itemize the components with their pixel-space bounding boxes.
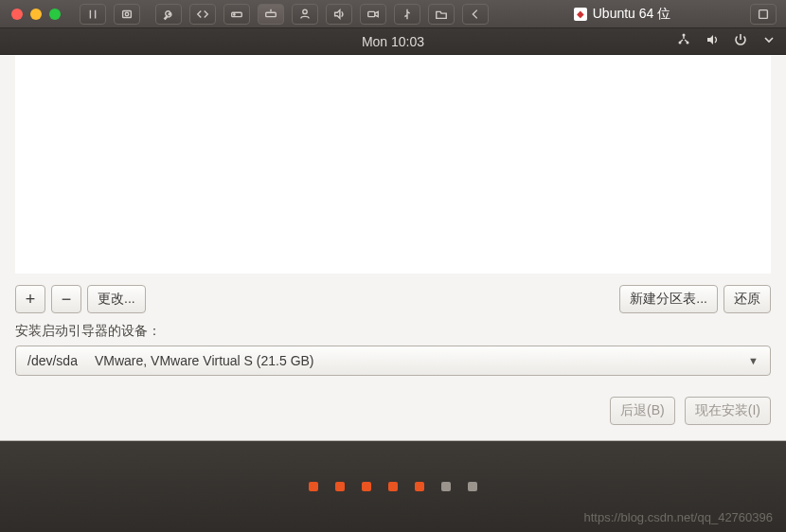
remove-partition-button[interactable]: − — [51, 285, 81, 313]
sound-icon[interactable] — [326, 4, 352, 25]
wrench-icon[interactable] — [155, 4, 182, 25]
progress-dot-5 — [415, 482, 424, 491]
snapshot-icon[interactable] — [114, 4, 140, 25]
svg-point-5 — [303, 9, 307, 13]
progress-dot-4 — [388, 482, 398, 491]
new-partition-table-button[interactable]: 新建分区表... — [619, 285, 718, 313]
change-partition-button[interactable]: 更改... — [87, 285, 146, 313]
bootloader-device-select[interactable]: /dev/sda VMware, VMware Virtual S (21.5 … — [15, 346, 771, 376]
chevron-down-icon: ▼ — [748, 355, 759, 366]
add-partition-button[interactable]: + — [15, 285, 45, 313]
usb-icon[interactable] — [394, 4, 420, 25]
code-icon[interactable] — [189, 4, 216, 25]
chevron-left-icon[interactable] — [462, 4, 489, 25]
window-title-text: Ubuntu 64 位 — [593, 6, 671, 23]
clock-label[interactable]: Mon 10:03 — [362, 34, 424, 49]
power-icon[interactable] — [733, 32, 748, 50]
camera-icon[interactable] — [360, 4, 386, 25]
zoom-window-button[interactable] — [49, 9, 61, 20]
folder-share-icon[interactable] — [428, 4, 455, 25]
ubuntu-menubar: Mon 10:03 — [0, 28, 786, 55]
progress-dot-6 — [441, 482, 451, 491]
vm-badge-icon: ◆ — [574, 8, 587, 21]
window-title: ◆ Ubuntu 64 位 — [496, 6, 748, 23]
mac-titlebar: ◆ Ubuntu 64 位 — [0, 0, 786, 28]
progress-dot-7 — [468, 482, 477, 491]
volume-icon[interactable] — [705, 32, 720, 50]
svg-point-3 — [234, 13, 235, 14]
install-now-button[interactable]: 现在安装(I) — [685, 397, 771, 425]
footer-buttons: 后退(B) 现在安装(I) — [0, 385, 786, 440]
chevron-down-icon[interactable] — [761, 32, 777, 50]
user-icon[interactable] — [292, 4, 318, 25]
status-tray[interactable] — [676, 32, 777, 50]
svg-point-1 — [125, 12, 129, 16]
installer-panel: + − 更改... 新建分区表... 还原 安装启动引导器的设备： /dev/s… — [0, 55, 786, 441]
progress-dot-3 — [362, 482, 371, 491]
network-icon[interactable] — [676, 32, 691, 50]
bootloader-device-desc: VMware, VMware Virtual S (21.5 GB) — [95, 353, 314, 368]
pause-icon[interactable] — [80, 4, 106, 25]
close-window-button[interactable] — [11, 9, 23, 20]
hdd-icon[interactable] — [223, 4, 250, 25]
bootloader-label: 安装启动引导器的设备： — [0, 319, 786, 346]
back-button[interactable]: 后退(B) — [610, 397, 675, 425]
traffic-lights — [0, 9, 72, 20]
partition-list[interactable] — [15, 55, 771, 274]
minimize-window-button[interactable] — [30, 9, 42, 20]
svg-rect-6 — [368, 11, 375, 16]
svg-rect-7 — [759, 9, 768, 18]
revert-button[interactable]: 还原 — [723, 285, 771, 313]
progress-strip: https://blog.csdn.net/qq_42760396 — [0, 441, 786, 532]
svg-rect-4 — [266, 12, 277, 16]
partition-toolbar: + − 更改... 新建分区表... 还原 — [0, 281, 786, 319]
progress-dot-1 — [309, 482, 318, 491]
hdd-active-icon[interactable] — [258, 4, 284, 25]
watermark: https://blog.csdn.net/qq_42760396 — [584, 510, 774, 524]
bootloader-device-value: /dev/sda — [27, 353, 78, 368]
progress-dot-2 — [335, 482, 345, 491]
fullscreen-icon[interactable] — [750, 4, 777, 25]
